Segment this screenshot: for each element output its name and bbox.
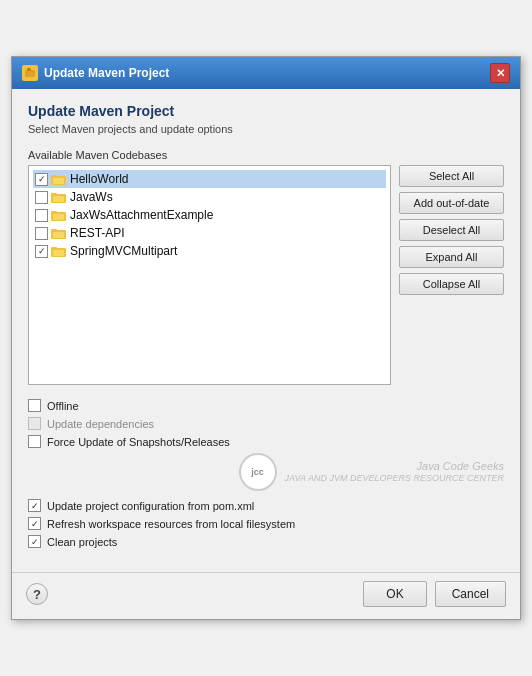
action-buttons: Select All Add out-of-date Deselect All …: [399, 165, 504, 385]
ok-button[interactable]: OK: [363, 581, 426, 607]
option-row-offline: Offline: [28, 399, 504, 412]
item-checkbox-helloworld[interactable]: ✓: [35, 173, 48, 186]
tree-item[interactable]: JaxWsAttachmentExample: [33, 206, 386, 224]
deselect-all-button[interactable]: Deselect All: [399, 219, 504, 241]
option-checkbox-update-deps[interactable]: [28, 417, 41, 430]
option-row-update-config: ✓ Update project configuration from pom.…: [28, 499, 504, 512]
svg-rect-1: [27, 68, 31, 71]
option-label-update-deps: Update dependencies: [47, 418, 154, 430]
svg-rect-13: [53, 232, 64, 238]
item-checkbox-javaws[interactable]: [35, 191, 48, 204]
option-label-refresh-workspace: Refresh workspace resources from local f…: [47, 518, 295, 530]
watermark-area: jcc Java Code Geeks JAVA AND JVM DEVELOP…: [28, 453, 504, 491]
option-row-clean-projects: ✓ Clean projects: [28, 535, 504, 548]
tree-item[interactable]: REST-API: [33, 224, 386, 242]
svg-rect-10: [53, 214, 64, 220]
dialog-content: Update Maven Project Select Maven projec…: [12, 89, 520, 572]
folder-icon-restapi: [51, 226, 67, 240]
watermark: jcc Java Code Geeks JAVA AND JVM DEVELOP…: [239, 453, 504, 491]
window-title: Update Maven Project: [44, 66, 169, 80]
maven-icon: [22, 65, 38, 81]
option-label-offline: Offline: [47, 400, 79, 412]
svg-rect-4: [53, 178, 64, 184]
collapse-all-button[interactable]: Collapse All: [399, 273, 504, 295]
footer-buttons: OK Cancel: [363, 581, 506, 607]
watermark-line2: JAVA AND JVM DEVELOPERS RESOURCE CENTER: [285, 473, 504, 485]
option-checkbox-update-config[interactable]: ✓: [28, 499, 41, 512]
tree-item[interactable]: JavaWs: [33, 188, 386, 206]
svg-rect-9: [51, 211, 57, 213]
help-button[interactable]: ?: [26, 583, 48, 605]
option-checkbox-refresh-workspace[interactable]: ✓: [28, 517, 41, 530]
item-checkbox-jaxws[interactable]: [35, 209, 48, 222]
option-checkbox-clean-projects[interactable]: ✓: [28, 535, 41, 548]
logo-text: jcc: [251, 467, 264, 477]
expand-all-button[interactable]: Expand All: [399, 246, 504, 268]
tree-item-label-javaws: JavaWs: [70, 190, 113, 204]
section-label: Available Maven Codebases: [28, 149, 504, 161]
tree-container[interactable]: ✓ HelloWorld: [28, 165, 391, 385]
close-button[interactable]: ✕: [490, 63, 510, 83]
option-checkbox-force-update[interactable]: [28, 435, 41, 448]
option-row-update-deps: Update dependencies: [28, 417, 504, 430]
tree-item-label-springmvc: SpringMVCMultipart: [70, 244, 177, 258]
svg-rect-7: [53, 196, 64, 202]
tree-item-label-jaxws: JaxWsAttachmentExample: [70, 208, 213, 222]
tree-item-label-helloworld: HelloWorld: [70, 172, 128, 186]
cancel-button[interactable]: Cancel: [435, 581, 506, 607]
jcg-logo: jcc: [239, 453, 277, 491]
add-out-of-date-button[interactable]: Add out-of-date: [399, 192, 504, 214]
option-label-clean-projects: Clean projects: [47, 536, 117, 548]
folder-icon-jaxws: [51, 208, 67, 222]
option-label-update-config: Update project configuration from pom.xm…: [47, 500, 254, 512]
svg-rect-6: [51, 193, 57, 195]
tree-item-label-restapi: REST-API: [70, 226, 125, 240]
item-checkbox-restapi[interactable]: [35, 227, 48, 240]
select-all-button[interactable]: Select All: [399, 165, 504, 187]
title-bar-left: Update Maven Project: [22, 65, 169, 81]
main-area: ✓ HelloWorld: [28, 165, 504, 385]
dialog-footer: ? OK Cancel: [12, 572, 520, 619]
watermark-text: Java Code Geeks JAVA AND JVM DEVELOPERS …: [285, 459, 504, 485]
option-label-force-update: Force Update of Snapshots/Releases: [47, 436, 230, 448]
options-section: Offline Update dependencies Force Update…: [28, 399, 504, 548]
watermark-line1: Java Code Geeks: [285, 459, 504, 473]
svg-rect-16: [53, 250, 64, 256]
option-row-force-update: Force Update of Snapshots/Releases: [28, 435, 504, 448]
folder-icon-springmvc: [51, 244, 67, 258]
svg-rect-12: [51, 229, 57, 231]
svg-rect-3: [51, 175, 57, 177]
tree-item[interactable]: ✓ SpringMVCMultipart: [33, 242, 386, 260]
tree-item[interactable]: ✓ HelloWorld: [33, 170, 386, 188]
svg-rect-0: [25, 70, 35, 77]
folder-icon-javaws: [51, 190, 67, 204]
dialog-title: Update Maven Project: [28, 103, 504, 119]
option-checkbox-offline[interactable]: [28, 399, 41, 412]
update-maven-dialog: Update Maven Project ✕ Update Maven Proj…: [11, 56, 521, 620]
svg-rect-15: [51, 247, 57, 249]
dialog-subtitle: Select Maven projects and update options: [28, 123, 504, 135]
item-checkbox-springmvc[interactable]: ✓: [35, 245, 48, 258]
option-row-refresh-workspace: ✓ Refresh workspace resources from local…: [28, 517, 504, 530]
title-bar: Update Maven Project ✕: [12, 57, 520, 89]
folder-icon-helloworld: [51, 172, 67, 186]
